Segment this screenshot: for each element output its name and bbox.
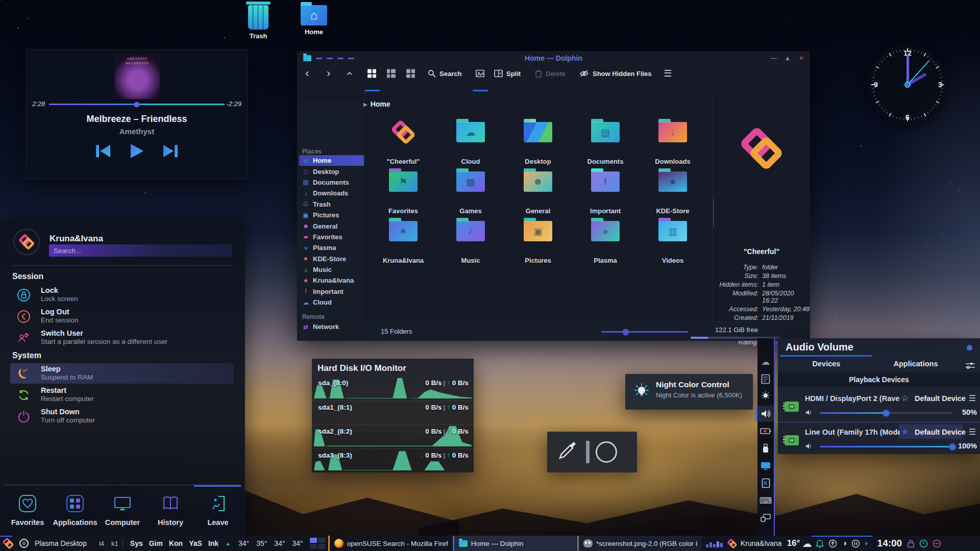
weather-cloud-icon[interactable]: ☁ [802,538,812,549]
sidebar-item-home[interactable]: ⌂Home [299,155,364,166]
volume-slider[interactable] [820,446,952,447]
file-tile-cloud[interactable]: ☁Cloud [437,115,504,164]
picker-target-circle[interactable] [596,441,617,463]
seek-knob[interactable] [134,102,140,107]
sidebar-item-pictures[interactable]: ▣Pictures [297,210,366,220]
virtual-desktop-pager[interactable] [310,538,325,549]
file-tile-documents[interactable]: ▤Documents [572,115,639,164]
lock-item[interactable]: LockLock screen [10,285,234,305]
device-menu-icon[interactable]: ☰ [969,427,976,437]
search-input[interactable] [49,244,232,257]
contrast-icon[interactable]: ◑ [842,539,847,548]
user-avatar[interactable] [13,229,40,255]
launcher-button[interactable] [2,537,14,549]
sidebar-item-favorites[interactable]: ▰Favorites [297,232,366,242]
sidebar-item-music[interactable]: ♪Music [297,264,366,275]
delete-button[interactable]: Delete [535,69,566,78]
file-tile-games[interactable]: ▦Games [437,164,504,214]
file-tile-important[interactable]: !Important [572,164,639,214]
file-tile-cheerful[interactable]: "Cheerful" [370,115,437,164]
task-group-yas[interactable]: YaS [189,539,202,547]
hamburger-menu-icon[interactable]: ☰ [664,68,672,79]
activity-k1[interactable]: k1 [111,540,118,547]
file-tile-favorites[interactable]: ⚑Favorites [370,164,437,214]
file-tile-downloads[interactable]: ↓Downloads [639,115,706,164]
sidebar-item-kde-store[interactable]: ★KDE-Store [297,254,366,264]
volume-slider[interactable] [820,412,952,414]
desktop-icon-home[interactable]: ⌂ Home [295,3,333,36]
timer-icon[interactable] [919,539,928,548]
clipboard-icon[interactable] [757,371,774,387]
user-switcher-icon[interactable] [727,538,738,549]
file-tile-desktop[interactable]: Desktop [504,115,572,164]
search-button[interactable]: Search [428,69,461,78]
restart-item[interactable]: RestartRestart computer [10,385,234,405]
seek-slider[interactable] [49,104,225,105]
zoom-slider[interactable] [601,331,688,333]
switch-user-item[interactable]: Switch UserStart a parallel session as a… [10,328,234,348]
breadcrumb[interactable]: ▶ Home [363,100,390,108]
tab-applications[interactable]: Applications [52,494,99,527]
file-tile-videos[interactable]: ▥Videos [639,214,706,263]
next-button[interactable] [162,143,179,159]
file-tile-plasma[interactable]: »Plasma [572,214,639,263]
tray-expander-caret[interactable]: ▾ [865,540,868,547]
file-tile-music[interactable]: ♪Music [437,214,504,263]
sidebar-item-cloud[interactable]: ☁Cloud [297,297,366,308]
keyboard-icon[interactable]: ⌨ [757,492,774,509]
activity-l4[interactable]: l4 [99,540,104,547]
sidebar-item-general[interactable]: ☻General [297,220,366,231]
sidebar-item-plasma[interactable]: »Plasma [297,242,366,253]
icons-view-button[interactable] [368,69,376,78]
default-star-icon[interactable]: ★ [901,427,909,437]
tab-leave[interactable]: Leave [194,494,241,527]
config-dot-icon[interactable] [967,345,972,350]
expand-triangle-icon[interactable]: ▲ [226,541,231,546]
forward-button[interactable]: › [327,68,330,79]
close-button[interactable]: ✕ [798,55,805,62]
sleep-item[interactable]: zz SleepSuspend to RAM [10,363,234,384]
show-hidden-files-button[interactable]: Show Hidden Files [579,70,652,78]
notification-bell-icon[interactable] [816,539,824,548]
eyedropper-icon[interactable] [556,439,579,463]
pause-icon[interactable] [851,539,860,548]
volume-knob[interactable] [883,410,889,416]
tab-history[interactable]: History [147,494,194,527]
sidebar-item-trash[interactable]: ♺Trash [297,199,366,210]
sidebar-item-kruna-ivana[interactable]: ★Kruna&Ivana [297,275,366,286]
compact-view-button[interactable] [387,69,396,78]
tab-applications[interactable]: Applications [877,360,954,368]
digital-clock[interactable]: 14:00 [877,538,902,549]
audio-volume-icon[interactable] [757,406,774,422]
lock-screen-icon[interactable] [907,539,915,548]
back-button[interactable]: ‹ [305,68,309,79]
speaker-icon[interactable] [805,443,813,449]
tab-favorites[interactable]: Favorites [4,494,51,527]
logout-item[interactable]: Log OutEnd session [10,306,234,327]
task-firefox[interactable]: openSUSE Search - Mozilla Firefox [328,536,453,551]
sidebar-item-downloads[interactable]: ↓Downloads [297,188,366,198]
up-button[interactable]: › [344,71,355,75]
titlebar[interactable]: Home — Dolphin — ▲ ✕ [297,51,810,65]
usb-device-icon[interactable] [757,440,774,457]
kdeconnect-icon[interactable]: K [757,475,774,491]
task-gimp[interactable]: *screenshot.png-2.0 (RGB color 8-… [577,536,702,551]
activity-eye-icon[interactable] [19,539,29,548]
weather-temperature[interactable]: 16° [787,538,800,548]
previous-button[interactable] [94,143,112,159]
file-tile-pictures[interactable]: ▣Pictures [504,214,572,263]
weather-cloud-icon[interactable]: ☁ [757,354,774,370]
task-dolphin[interactable]: Home — Dolphin [453,536,577,551]
kvm-icon[interactable] [757,510,774,526]
minimize-button[interactable]: — [770,55,777,62]
split-button[interactable]: Split [494,70,521,78]
sidebar-item-documents[interactable]: ▤Documents [297,177,366,188]
tab-devices[interactable]: Devices [788,360,865,368]
task-group-kon[interactable]: Kon [169,539,183,547]
zoom-slider-knob[interactable] [622,329,629,335]
sidebar-item-important[interactable]: !Important [297,286,366,297]
display-icon[interactable] [757,458,774,474]
shutdown-item[interactable]: Shut DownTurn off computer [10,406,234,427]
file-tile-kde-store[interactable]: ★KDE-Store [639,164,706,214]
details-view-button[interactable] [406,69,415,78]
